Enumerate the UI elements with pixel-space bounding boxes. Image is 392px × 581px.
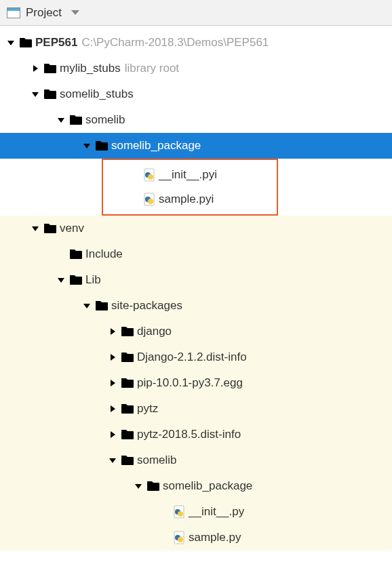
folder-orange-icon	[42, 222, 58, 235]
tree-item-pytz[interactable]: pytz	[0, 396, 392, 422]
highlighted-files-box: __init__.pyi sample.pyi	[102, 159, 278, 216]
tree-item-sample-py[interactable]: sample.py	[0, 525, 392, 550]
tree-item-init-py[interactable]: __init__.py	[0, 499, 392, 525]
folder-orange-icon	[119, 351, 136, 363]
folder-blue-icon	[42, 88, 58, 100]
item-suffix: library root	[121, 62, 179, 75]
root-path: C:\PyCharm-2018.3\Demos\PEP561	[77, 36, 269, 49]
project-panel-title: Project	[26, 6, 62, 20]
project-panel-icon	[7, 7, 20, 18]
tree-item-venv-somelib[interactable]: somelib	[0, 447, 392, 473]
python-file-icon	[171, 505, 187, 519]
tree-item-sample-pyi[interactable]: sample.pyi	[103, 187, 277, 212]
folder-orange-icon	[119, 454, 136, 466]
folder-orange-icon	[119, 325, 136, 338]
item-label: site-packages	[110, 299, 182, 313]
tree-item-init-pyi[interactable]: __init__.pyi	[103, 163, 277, 187]
twisty-open-icon[interactable]	[54, 115, 68, 125]
item-label: mylib_stubs	[58, 62, 121, 75]
item-label: somelib	[136, 454, 177, 467]
twisty-closed-icon[interactable]	[28, 64, 42, 73]
twisty-closed-icon[interactable]	[106, 327, 119, 336]
item-label: sample.pyi	[157, 193, 214, 206]
item-label: somelib_stubs	[58, 87, 134, 101]
folder-orange-icon	[119, 428, 136, 441]
tree-item-lib[interactable]: Lib	[0, 267, 392, 293]
folder-orange-icon	[145, 480, 161, 492]
twisty-open-icon[interactable]	[54, 275, 68, 285]
item-label: pytz-2018.5.dist-info	[136, 428, 241, 441]
tree-item-django[interactable]: django	[0, 319, 392, 344]
item-label: pytz	[136, 402, 158, 416]
tree-item-somelib[interactable]: somelib	[0, 107, 392, 133]
item-label: somelib	[84, 113, 125, 127]
root-name: PEP561	[34, 36, 77, 49]
folder-dark-icon	[94, 140, 110, 152]
folder-white-icon	[42, 62, 58, 75]
tree-item-pytz-dist[interactable]: pytz-2018.5.dist-info	[0, 422, 392, 447]
folder-orange-icon	[68, 248, 84, 260]
tree-item-pip-egg[interactable]: pip-10.0.1-py3.7.egg	[0, 370, 392, 396]
twisty-closed-icon[interactable]	[106, 378, 119, 388]
item-label: somelib_package	[110, 139, 201, 153]
item-label: django	[136, 325, 172, 338]
tree-item-django-dist[interactable]: Django-2.1.2.dist-info	[0, 344, 392, 370]
item-label: __init__.py	[187, 505, 244, 519]
twisty-open-icon[interactable]	[106, 456, 119, 465]
project-dropdown-icon[interactable]	[71, 10, 79, 15]
item-label: sample.py	[187, 531, 241, 544]
folder-orange-icon	[119, 377, 136, 389]
twisty-closed-icon[interactable]	[106, 404, 119, 414]
tree-item-somelib-stubs[interactable]: somelib_stubs	[0, 81, 392, 107]
project-tree: PEP561 C:\PyCharm-2018.3\Demos\PEP561 my…	[0, 26, 392, 550]
twisty-open-icon[interactable]	[80, 141, 94, 151]
tree-item-mylib-stubs[interactable]: mylib_stubs library root	[0, 56, 392, 81]
folder-orange-icon	[94, 300, 110, 312]
python-file-icon	[141, 193, 157, 206]
tree-item-site-packages[interactable]: site-packages	[0, 293, 392, 319]
twisty-open-icon[interactable]	[28, 89, 42, 99]
tree-item-venv[interactable]: venv	[0, 216, 392, 241]
item-label: venv	[58, 222, 84, 235]
twisty-open-icon[interactable]	[132, 481, 145, 491]
tree-item-somelib-package[interactable]: somelib_package	[0, 133, 392, 159]
venv-section: venv Include Lib site-packages django Dj…	[0, 216, 392, 550]
folder-gray-icon	[68, 114, 84, 126]
project-toolbar: Project	[0, 0, 392, 26]
twisty-open-icon[interactable]	[28, 224, 42, 233]
item-label: __init__.pyi	[157, 168, 217, 182]
item-label: somelib_package	[161, 479, 252, 493]
twisty-open-icon[interactable]	[4, 38, 18, 47]
folder-orange-icon	[68, 274, 84, 286]
python-file-icon	[171, 531, 187, 544]
tree-root[interactable]: PEP561 C:\PyCharm-2018.3\Demos\PEP561	[0, 30, 392, 56]
python-file-icon	[141, 168, 157, 182]
twisty-open-icon[interactable]	[80, 301, 94, 310]
item-label: pip-10.0.1-py3.7.egg	[136, 376, 243, 390]
folder-orange-icon	[119, 403, 136, 415]
tree-item-include[interactable]: Include	[0, 241, 392, 267]
item-label: Include	[84, 247, 123, 261]
tree-item-venv-somelib-package[interactable]: somelib_package	[0, 473, 392, 499]
twisty-closed-icon[interactable]	[106, 430, 119, 439]
twisty-closed-icon[interactable]	[106, 353, 119, 362]
folder-gray-icon	[18, 37, 34, 49]
item-label: Lib	[84, 273, 101, 287]
item-label: Django-2.1.2.dist-info	[136, 350, 247, 364]
